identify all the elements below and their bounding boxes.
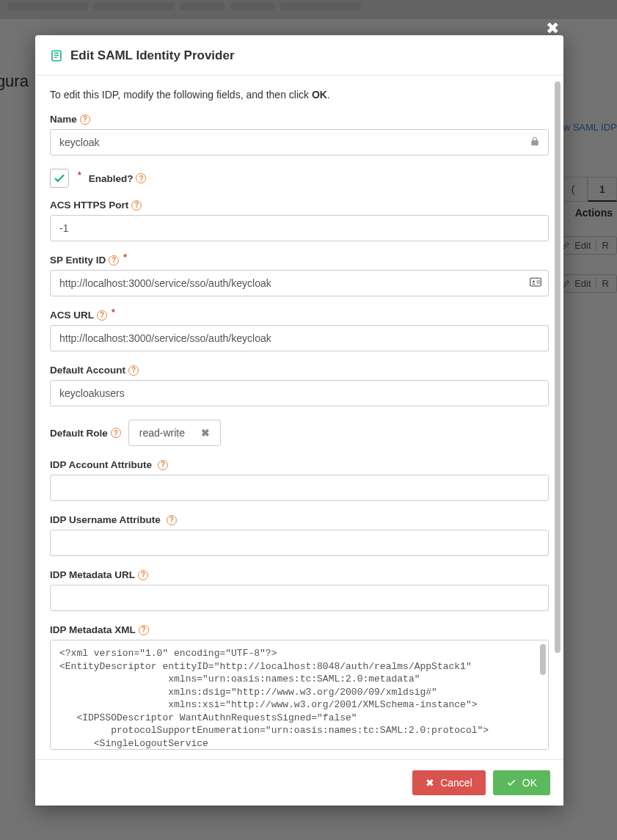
help-icon[interactable]: ?: [131, 200, 142, 211]
help-icon[interactable]: ?: [111, 428, 121, 438]
edit-saml-idp-modal: ✖ Edit SAML Identity Provider To edit th…: [35, 35, 563, 806]
svg-rect-3: [536, 281, 540, 282]
idp-metadata-url-input[interactable]: [50, 585, 549, 611]
name-input: [50, 129, 549, 156]
modal-title: Edit SAML Identity Provider: [70, 48, 235, 63]
remove-tag-icon[interactable]: ✖: [201, 427, 210, 439]
modal-scrollbar-thumb[interactable]: [555, 81, 561, 653]
idp-username-attr-label-text: IDP Username Attribute: [50, 514, 161, 525]
svg-rect-4: [536, 282, 540, 283]
check-icon: [506, 778, 516, 788]
acs-url-label: ACS URL ? *: [50, 310, 549, 321]
modal-scrollbar-track: [555, 81, 561, 753]
acs-port-label-text: ACS HTTPS Port: [50, 200, 128, 211]
name-label-text: Name: [50, 114, 77, 125]
default-role-label: Default Role ?: [50, 428, 121, 439]
default-role-label-text: Default Role: [50, 428, 108, 439]
help-icon[interactable]: ?: [138, 570, 148, 580]
idp-account-attr-label: IDP Account Attribute ?: [50, 459, 549, 470]
cancel-button[interactable]: ✖ Cancel: [412, 770, 486, 795]
ok-button[interactable]: OK: [493, 770, 550, 795]
id-card-icon[interactable]: [530, 277, 541, 290]
cancel-label: Cancel: [440, 777, 472, 789]
default-role-tag[interactable]: read-write ✖: [128, 420, 221, 446]
help-icon[interactable]: ?: [109, 255, 119, 266]
idp-metadata-url-label: IDP Metadata URL ?: [50, 569, 549, 580]
ok-label: OK: [522, 777, 537, 789]
name-label: Name ?: [50, 114, 549, 125]
default-account-label: Default Account ?: [50, 365, 549, 376]
modal-intro: To edit this IDP, modify the following f…: [50, 89, 549, 101]
acs-url-label-text: ACS URL: [50, 310, 94, 321]
idp-metadata-xml-textarea[interactable]: [50, 640, 549, 750]
sp-entity-label-text: SP Entity ID: [50, 255, 106, 266]
idp-username-attr-input[interactable]: [50, 530, 549, 556]
required-star: *: [78, 170, 81, 180]
help-icon[interactable]: ?: [136, 173, 146, 183]
modal-header: Edit SAML Identity Provider: [35, 35, 563, 76]
help-icon[interactable]: ?: [139, 625, 149, 635]
acs-port-label: ACS HTTPS Port ?: [50, 200, 549, 211]
enabled-label-text: Enabled?: [89, 173, 134, 184]
close-icon: ✖: [426, 777, 434, 789]
modal-body: To edit this IDP, modify the following f…: [35, 76, 563, 759]
intro-bold: OK: [312, 89, 327, 101]
modal-footer: ✖ Cancel OK: [35, 759, 563, 806]
svg-rect-1: [530, 278, 541, 286]
idp-icon: [50, 49, 63, 62]
default-account-label-text: Default Account: [50, 365, 125, 376]
acs-url-input[interactable]: [50, 325, 549, 351]
required-star: *: [123, 252, 127, 263]
close-icon[interactable]: ✖: [546, 19, 559, 38]
help-icon[interactable]: ?: [80, 114, 90, 125]
intro-prefix: To edit this IDP, modify the following f…: [50, 89, 312, 101]
required-star: *: [112, 307, 115, 318]
idp-account-attr-input[interactable]: [50, 475, 549, 501]
default-account-input[interactable]: [50, 380, 549, 406]
idp-metadata-url-label-text: IDP Metadata URL: [50, 569, 135, 580]
textarea-scrollbar[interactable]: [540, 644, 546, 675]
help-icon[interactable]: ?: [128, 365, 139, 376]
help-icon[interactable]: ?: [167, 515, 177, 525]
intro-suffix: .: [327, 89, 330, 101]
idp-metadata-xml-label-text: IDP Metadata XML: [50, 624, 136, 635]
idp-username-attr-label: IDP Username Attribute ?: [50, 514, 549, 525]
default-role-tag-text: read-write: [139, 427, 185, 439]
svg-point-2: [533, 280, 535, 282]
sp-entity-input[interactable]: [50, 270, 549, 296]
sp-entity-label: SP Entity ID ? *: [50, 255, 549, 266]
lock-icon: [530, 136, 540, 149]
acs-port-input[interactable]: [50, 215, 549, 241]
enabled-label: Enabled? ?: [89, 173, 147, 184]
idp-metadata-xml-label: IDP Metadata XML ?: [50, 624, 549, 635]
help-icon[interactable]: ?: [158, 460, 168, 470]
help-icon[interactable]: ?: [97, 310, 107, 321]
idp-account-attr-label-text: IDP Account Attribute: [50, 459, 152, 470]
enabled-checkbox[interactable]: [50, 169, 69, 188]
